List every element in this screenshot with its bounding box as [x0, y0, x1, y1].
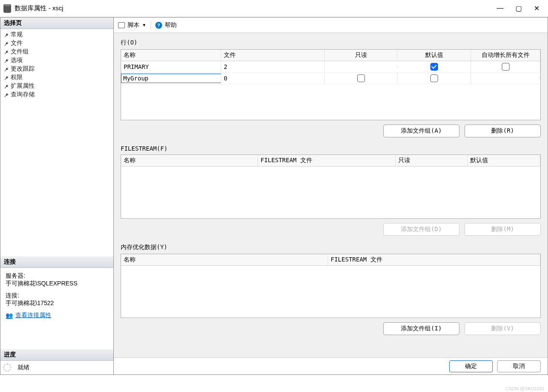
window-controls: — ▢ ✕ — [497, 4, 545, 12]
people-icon: 👥 — [6, 312, 13, 319]
filestream-grid-header: 名称 FILESTREAM 文件 只读 默认值 — [121, 155, 540, 166]
main-area: 选择页 常规 文件 文件组 选项 更改跟踪 权限 扩展属性 查询存储 连接 服务… — [0, 17, 548, 375]
memopt-grid-header: 名称 FILESTREAM 文件 — [121, 254, 540, 266]
sidebar-item-permissions[interactable]: 权限 — [0, 73, 113, 81]
sidebar: 选择页 常规 文件 文件组 选项 更改跟踪 权限 扩展属性 查询存储 连接 服务… — [0, 18, 114, 374]
cell-readonly — [325, 65, 397, 68]
rows-buttons: 添加文件组(A) 删除(R) — [121, 125, 541, 137]
database-icon — [3, 4, 11, 13]
conn-label: 连接: — [6, 292, 108, 300]
cell-default[interactable] — [397, 73, 471, 84]
help-icon: ? — [155, 22, 162, 29]
script-icon — [118, 22, 125, 28]
sidebar-item-filegroups[interactable]: 文件组 — [0, 47, 113, 56]
select-page-header: 选择页 — [0, 18, 113, 29]
sidebar-item-label: 更改跟踪 — [11, 64, 35, 73]
title-bar: 数据库属性 - xscj — ▢ ✕ — [0, 0, 548, 17]
progress-status: 就绪 — [0, 361, 113, 374]
cancel-button[interactable]: 取消 — [497, 360, 541, 372]
cell-autogrow — [471, 77, 540, 80]
delete-button: 删除(V) — [465, 322, 541, 335]
rows-grid: 名称 文件 只读 默认值 自动增长所有文件 PRIMARY 2 MyGroup … — [121, 49, 541, 120]
checkbox-icon[interactable] — [502, 63, 509, 71]
spinner-icon — [3, 363, 12, 372]
connection-header: 连接 — [0, 256, 113, 268]
col-fsfile[interactable]: FILESTREAM 文件 — [258, 155, 396, 166]
sidebar-item-label: 查询存储 — [11, 90, 35, 98]
col-readonly[interactable]: 只读 — [396, 155, 468, 166]
close-button[interactable]: ✕ — [534, 4, 539, 12]
view-connection-link[interactable]: 查看连接属性 — [15, 312, 51, 319]
sidebar-item-label: 常规 — [11, 30, 23, 39]
minimize-button[interactable]: — — [497, 4, 504, 12]
wrench-icon — [4, 32, 9, 37]
cell-readonly[interactable] — [325, 73, 397, 84]
connection-info: 服务器: 手可摘棉花\SQLEXPRESS 连接: 手可摘棉花\17522 👥 … — [0, 268, 113, 324]
add-filegroup-button[interactable]: 添加文件组(A) — [383, 125, 459, 137]
wrench-icon — [4, 57, 9, 62]
sidebar-item-changetracking[interactable]: 更改跟踪 — [0, 64, 113, 73]
help-button[interactable]: 帮助 — [165, 21, 177, 29]
col-default[interactable]: 默认值 — [468, 155, 540, 166]
wrench-icon — [4, 74, 9, 80]
wrench-icon — [4, 49, 9, 54]
rows-section-label: 行(O) — [121, 39, 541, 47]
sidebar-item-files[interactable]: 文件 — [0, 39, 113, 47]
content-toolbar: 脚本 ▼ ? 帮助 — [114, 18, 548, 33]
wrench-icon — [4, 92, 9, 97]
memopt-grid: 名称 FILESTREAM 文件 — [121, 254, 541, 318]
checkbox-checked-icon[interactable] — [430, 63, 438, 71]
script-dropdown-icon[interactable]: ▼ — [142, 23, 146, 27]
sidebar-item-options[interactable]: 选项 — [0, 56, 113, 64]
sidebar-item-general[interactable]: 常规 — [0, 30, 113, 39]
add-filegroup-button[interactable]: 添加文件组(I) — [383, 322, 459, 335]
col-name[interactable]: 名称 — [121, 50, 221, 61]
cell-name[interactable]: PRIMARY — [121, 62, 221, 72]
cell-default[interactable] — [397, 61, 471, 72]
sidebar-item-extprops[interactable]: 扩展属性 — [0, 81, 113, 90]
sidebar-item-label: 文件 — [11, 39, 23, 47]
memopt-buttons: 添加文件组(I) 删除(V) — [121, 322, 541, 335]
col-autogrow[interactable]: 自动增长所有文件 — [471, 50, 540, 61]
filestream-buttons: 添加文件组(D) 删除(M) — [121, 223, 541, 236]
checkbox-icon[interactable] — [357, 74, 365, 82]
sidebar-item-querystore[interactable]: 查询存储 — [0, 90, 113, 98]
ok-button[interactable]: 确定 — [449, 360, 493, 372]
col-file[interactable]: 文件 — [221, 50, 325, 61]
cell-file: 0 — [221, 73, 325, 83]
col-name[interactable]: 名称 — [121, 155, 258, 166]
sidebar-item-label: 文件组 — [11, 47, 29, 56]
col-name[interactable]: 名称 — [121, 254, 328, 265]
content-panel: 脚本 ▼ ? 帮助 行(O) 名称 文件 只读 默认值 自动增长所有文件 PRI… — [114, 18, 548, 374]
col-fsfile[interactable]: FILESTREAM 文件 — [328, 254, 540, 265]
server-label: 服务器: — [6, 272, 108, 280]
watermark: CSDN @TAO1031 — [505, 386, 545, 391]
table-row[interactable]: MyGroup 0 — [121, 73, 540, 84]
table-row[interactable]: PRIMARY 2 — [121, 61, 540, 73]
cell-name-editing[interactable]: MyGroup — [121, 74, 221, 83]
col-default[interactable]: 默认值 — [397, 50, 471, 61]
ready-label: 就绪 — [18, 364, 30, 371]
memopt-section-label: 内存优化数据(Y) — [121, 244, 541, 251]
checkbox-icon[interactable] — [430, 74, 438, 82]
wrench-icon — [4, 40, 9, 45]
dialog-footer: 确定 取消 — [114, 357, 548, 374]
cell-autogrow[interactable] — [471, 61, 540, 72]
progress-header: 进度 — [0, 349, 113, 361]
wrench-icon — [4, 66, 9, 71]
add-filegroup-button: 添加文件组(D) — [383, 223, 459, 236]
conn-value: 手可摘棉花\17522 — [6, 300, 108, 307]
server-value: 手可摘棉花\SQLEXPRESS — [6, 280, 108, 288]
wrench-icon — [4, 83, 9, 88]
maximize-button[interactable]: ▢ — [515, 4, 522, 12]
sidebar-item-label: 选项 — [11, 56, 23, 64]
filestream-section-label: FILESTREAM(F) — [121, 145, 541, 152]
script-button[interactable]: 脚本 — [127, 21, 139, 29]
delete-button[interactable]: 删除(R) — [465, 125, 541, 137]
filestream-grid: 名称 FILESTREAM 文件 只读 默认值 — [121, 154, 541, 219]
delete-button: 删除(M) — [465, 223, 541, 236]
col-readonly[interactable]: 只读 — [325, 50, 397, 61]
rows-grid-header: 名称 文件 只读 默认值 自动增长所有文件 — [121, 50, 540, 61]
sidebar-item-label: 扩展属性 — [11, 81, 35, 90]
separator — [151, 21, 151, 29]
